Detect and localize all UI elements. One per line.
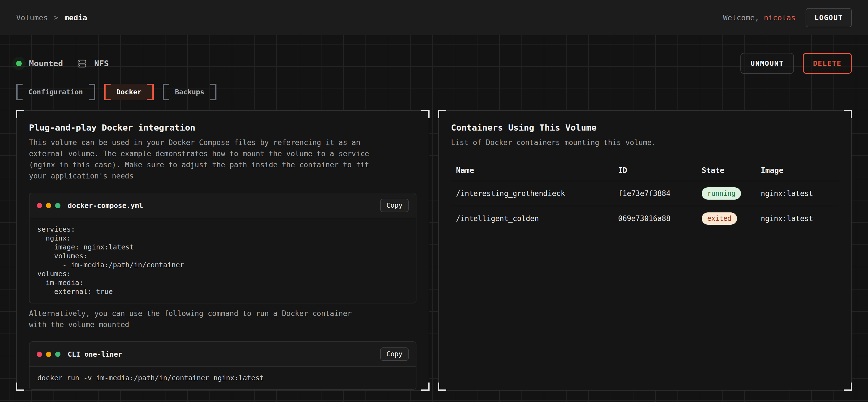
docker-panel-description: This volume can be used in your Docker C… [29,137,372,181]
cli-code-header: CLI one-liner Copy [30,342,416,367]
unmount-button[interactable]: UNMOUNT [740,53,794,74]
cli-code-window: CLI one-liner Copy docker run -v im-medi… [29,341,416,390]
table-row: /interesting_grothendieck f1e73e7f3884 r… [451,181,839,206]
traffic-light-red-icon [37,203,42,208]
column-header-state: State [702,166,761,174]
username: nicolas [764,13,796,22]
copy-compose-button[interactable]: Copy [380,199,409,212]
volume-status: Mounted NFS [16,59,109,68]
top-bar: Volumes > media Welcome, nicolas LOGOUT [0,0,868,35]
welcome-text: Welcome, nicolas [723,13,796,22]
corner-bracket-icon [421,382,430,391]
table-header-row: Name ID State Image [451,166,839,181]
compose-code: services: nginx: image: nginx:latest vol… [30,218,416,303]
container-name: /intelligent_colden [451,214,618,223]
breadcrumb-current-volume: media [64,13,87,22]
traffic-light-green-icon [55,203,60,208]
topbar-right: Welcome, nicolas LOGOUT [723,8,852,27]
containers-table: Name ID State Image /interesting_grothen… [451,166,839,231]
delete-button[interactable]: DELETE [803,53,852,74]
container-state: running [702,187,761,200]
tab-configuration[interactable]: Configuration [16,84,95,100]
container-name: /interesting_grothendieck [451,189,618,198]
logout-button[interactable]: LOGOUT [806,8,852,27]
breadcrumb-volumes-link[interactable]: Volumes [16,13,48,22]
copy-cli-button[interactable]: Copy [380,347,409,361]
status-row: Mounted NFS UNMOUNT DELETE [16,35,852,74]
cli-code: docker run -v im-media:/path/in/containe… [30,367,416,389]
container-image: nginx:latest [761,189,839,198]
docker-integration-panel: Plug-and-play Docker integration This vo… [16,110,429,391]
tab-bar: Configuration Docker Backups [16,84,852,100]
containers-panel: Containers Using This Volume List of Doc… [438,110,852,391]
status-badge: exited [702,212,737,225]
corner-bracket-icon [438,110,446,118]
container-id: f1e73e7f3884 [618,189,702,198]
compose-filename: docker-compose.yml [68,202,143,210]
container-image: nginx:latest [761,214,839,223]
corner-bracket-icon [438,382,446,391]
cli-title: CLI one-liner [68,350,122,358]
docker-panel-title: Plug-and-play Docker integration [29,123,416,133]
corner-bracket-icon [844,110,852,118]
panels: Plug-and-play Docker integration This vo… [16,110,852,391]
welcome-prefix: Welcome, [723,13,764,22]
column-header-name: Name [451,166,618,174]
traffic-light-red-icon [37,351,42,357]
mounted-status-dot-icon [16,61,22,66]
corner-bracket-icon [421,110,430,118]
traffic-light-green-icon [55,351,60,357]
cli-intro-text: Alternatively, you can use the following… [29,308,372,330]
chevron-right-icon: > [54,13,59,22]
column-header-id: ID [618,166,702,174]
compose-code-window: docker-compose.yml Copy services: nginx:… [29,193,416,303]
breadcrumb: Volumes > media [16,13,87,22]
tab-backups[interactable]: Backups [163,84,216,100]
containers-panel-title: Containers Using This Volume [451,123,839,133]
column-header-image: Image [761,166,839,174]
corner-bracket-icon [16,382,24,391]
table-row: /intelligent_colden 069e73016a88 exited … [451,206,839,231]
container-id: 069e73016a88 [618,214,702,223]
mounted-label: Mounted [29,59,63,68]
status-badge: running [702,187,741,200]
tab-docker[interactable]: Docker [104,84,154,100]
corner-bracket-icon [844,382,852,391]
main-content: Mounted NFS UNMOUNT DELETE Configuration… [0,35,868,402]
volume-actions: UNMOUNT DELETE [740,53,852,74]
nfs-label: NFS [94,59,108,68]
server-stack-icon [77,59,87,68]
compose-code-header: docker-compose.yml Copy [30,193,416,218]
containers-panel-subtitle: List of Docker containers mounting this … [451,137,794,148]
traffic-light-yellow-icon [46,203,51,208]
corner-bracket-icon [16,110,24,118]
traffic-light-yellow-icon [46,351,51,357]
container-state: exited [702,212,761,225]
